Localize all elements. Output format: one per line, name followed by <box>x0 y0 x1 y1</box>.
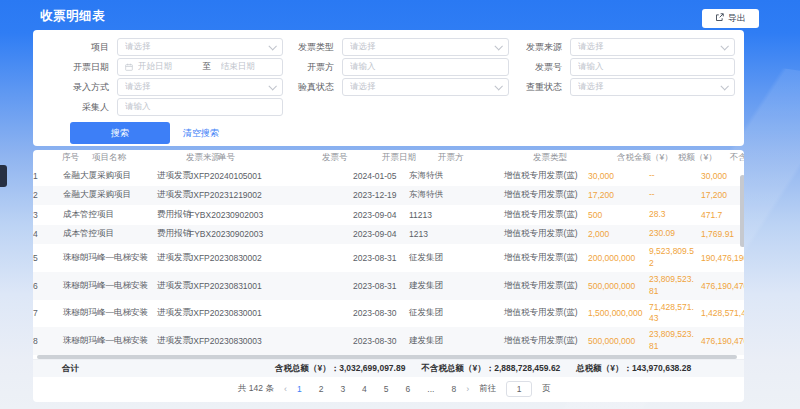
goto-page-input[interactable] <box>506 381 532 397</box>
table-row[interactable]: 2 金融大厦采购项目 进项发票 JXFP20231219002 2023-12-… <box>33 186 744 206</box>
export-icon <box>715 13 724 24</box>
table-row[interactable]: 4 成本管控项目 费用报销 FYBX20230902003 2023-09-04… <box>33 225 744 245</box>
cell-index: 1 <box>33 171 63 181</box>
cell-amount-incl-tax: 2,000 <box>588 229 649 239</box>
dup-check-status-select[interactable]: 请选择 <box>570 78 735 96</box>
cell-amount-excl-tax: 30,000 <box>701 171 744 181</box>
cell-amount-incl-tax: 500,000,000 <box>588 336 649 346</box>
cell-tax: 23,809,523.81 <box>649 274 701 298</box>
cell-tax: 23,809,523.81 <box>649 329 701 353</box>
invoice-date-range-picker[interactable]: 开始日期 至 结束日期 <box>117 58 283 76</box>
page-number[interactable]: 1 <box>297 384 302 394</box>
invoice-source-select[interactable]: 请选择 <box>570 38 735 56</box>
table-row[interactable]: 6 珠穆朗玛峰—电梯安装 进项发票 JXFP20230831001 2023-0… <box>33 272 744 300</box>
total-tax: 总税额（¥）：143,970,638.28 <box>576 363 691 375</box>
chevron-down-icon <box>720 42 728 50</box>
page-number[interactable]: 6 <box>406 384 411 394</box>
table-body: 1 金融大厦采购项目 进项发票 JXFP20240105001 2024-01-… <box>33 166 744 355</box>
clear-search-link[interactable]: 清空搜索 <box>183 127 219 140</box>
verify-status-select[interactable]: 请选择 <box>342 78 509 96</box>
verify-status-label: 验真状态 <box>283 81 334 94</box>
cell-amount-excl-tax: 17,200 <box>701 190 744 200</box>
page-title: 收票明细表 <box>40 8 105 25</box>
date-end-placeholder: 结束日期 <box>221 61 275 73</box>
cell-project-name: 金融大厦采购项目 <box>63 170 157 182</box>
cell-tax: -- <box>649 189 701 201</box>
cell-invoice-date: 2023-08-31 <box>353 281 409 291</box>
invoice-type-select[interactable]: 请选择 <box>342 38 509 56</box>
cell-project-name: 成本管控项目 <box>63 228 157 240</box>
cell-invoice-type: 增值税专用发票(蓝) <box>504 280 588 292</box>
cell-invoice-type: 增值税专用发票(蓝) <box>504 209 588 221</box>
cell-invoice-source: 费用报销 <box>157 209 189 221</box>
pagination-total: 共 142 条 <box>238 383 274 395</box>
page-number[interactable]: 5 <box>384 384 389 394</box>
invoice-table-panel: 序号项目名称发票来源单号发票号开票日期开票方发票类型含税金额（¥）税额（¥）不含… <box>33 150 744 402</box>
cell-invoice-type: 增值税专用发票(蓝) <box>504 170 588 182</box>
cell-issuer: 11213 <box>409 210 504 220</box>
left-drawer-handle[interactable] <box>0 165 7 187</box>
chevron-down-icon <box>494 42 502 50</box>
cell-amount-incl-tax: 17,200 <box>588 190 649 200</box>
cell-index: 7 <box>33 308 63 318</box>
cell-index: 2 <box>33 190 63 200</box>
collector-input[interactable]: 请输入 <box>117 98 283 116</box>
issuer-label: 开票方 <box>283 61 334 74</box>
export-button[interactable]: 导出 <box>702 9 759 28</box>
cell-index: 5 <box>33 253 63 263</box>
cell-issuer: 征发集团 <box>409 307 504 319</box>
cell-invoice-source: 进项发票 <box>157 189 189 201</box>
invoice-no-input[interactable]: 请输入 <box>570 58 735 76</box>
vertical-scrollbar[interactable] <box>740 175 744 247</box>
table-row[interactable]: 5 珠穆朗玛峰—电梯安装 进项发票 JXFP20230830002 2023-0… <box>33 244 744 272</box>
cell-invoice-date: 2024-01-05 <box>353 171 409 181</box>
export-label: 导出 <box>728 12 746 25</box>
table-row[interactable]: 7 珠穆朗玛峰—电梯安装 进项发票 JXFP20230830001 2023-0… <box>33 300 744 328</box>
page-number[interactable]: ... <box>427 384 434 394</box>
cell-project-name: 珠穆朗玛峰—电梯安装 <box>63 280 157 292</box>
cell-index: 3 <box>33 210 63 220</box>
cell-issuer: 征发集团 <box>409 252 504 264</box>
cell-issuer: 东海特供 <box>409 170 504 182</box>
summary-row: 合计 含税总额（¥）：3,032,699,097.89 不含税总额（¥）：2,8… <box>33 359 744 377</box>
next-page-icon[interactable]: › <box>466 384 469 394</box>
entry-method-select[interactable]: 请选择 <box>117 78 283 96</box>
cell-issuer: 东海特供 <box>409 189 504 201</box>
page-number[interactable]: 2 <box>319 384 324 394</box>
page-number[interactable]: 8 <box>451 384 456 394</box>
page-number[interactable]: 4 <box>362 384 367 394</box>
cell-project-name: 珠穆朗玛峰—电梯安装 <box>63 252 157 264</box>
cell-invoice-source: 进项发票 <box>157 280 189 292</box>
cell-project-name: 成本管控项目 <box>63 209 157 221</box>
table-row[interactable]: 8 珠穆朗玛峰—电梯安装 进项发票 JXFP20230830003 2023-0… <box>33 327 744 355</box>
total-incl-tax: 含税总额（¥）：3,032,699,097.89 <box>275 363 405 375</box>
cell-issuer: 1213 <box>409 229 504 239</box>
cell-tax: 71,428,571.43 <box>649 302 701 326</box>
prev-page-icon[interactable]: ‹ <box>284 384 287 394</box>
search-button[interactable]: 搜索 <box>70 122 170 144</box>
column-header: 不含税金额（¥） <box>730 152 744 164</box>
page-list: 123456...8 <box>297 384 456 394</box>
entry-method-label: 录入方式 <box>33 81 109 94</box>
dup-check-status-label: 查重状态 <box>509 81 562 94</box>
cell-amount-excl-tax: 476,190,476.19 <box>701 281 744 291</box>
cell-amount-incl-tax: 500,000,000 <box>588 281 649 291</box>
cell-index: 8 <box>33 336 63 346</box>
cell-tax: 230.09 <box>649 228 701 240</box>
cell-order-no: JXFP20230830003 <box>189 336 293 346</box>
column-header: 开票方 <box>438 152 533 164</box>
chevron-down-icon <box>268 42 276 50</box>
project-select[interactable]: 请选择 <box>117 38 283 56</box>
cell-amount-incl-tax: 1,500,000,000 <box>588 308 649 318</box>
cell-invoice-date: 2023-12-19 <box>353 190 409 200</box>
cell-amount-excl-tax: 1,769.91 <box>701 229 744 239</box>
filter-panel: 项目 请选择 发票类型 请选择 发票来源 请选择 开票日期 <box>33 30 744 146</box>
table-row[interactable]: 3 成本管控项目 费用报销 FYBX20230902003 2023-09-04… <box>33 205 744 225</box>
table-row[interactable]: 1 金融大厦采购项目 进项发票 JXFP20240105001 2024-01-… <box>33 166 744 186</box>
issuer-input[interactable]: 请输入 <box>342 58 509 76</box>
cell-invoice-date: 2023-08-31 <box>353 253 409 263</box>
cell-amount-incl-tax: 500 <box>588 210 649 220</box>
page-number[interactable]: 3 <box>340 384 345 394</box>
pagination: 共 142 条 ‹ 123456...8 › 前往 页 <box>33 377 744 401</box>
column-header: 开票日期 <box>382 152 438 164</box>
